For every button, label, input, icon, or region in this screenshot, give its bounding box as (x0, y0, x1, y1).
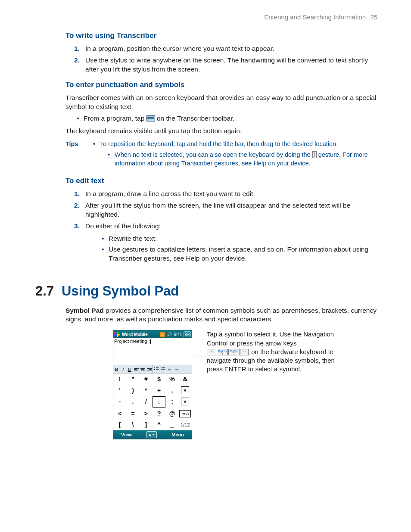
content-column: To write using Transcriber 1.In a progra… (65, 31, 377, 439)
document-area[interactable]: Project meeting : (113, 338, 192, 365)
page-indicator: 1/12 (179, 419, 192, 430)
symbol-cell[interactable]: $ (153, 373, 165, 385)
symbol-cell[interactable]: > (140, 408, 153, 419)
symbol-cell[interactable]: ! (113, 373, 126, 385)
symbol-cell[interactable]: - (113, 396, 126, 407)
list-item: 2.Use the stylus to write anywhere on th… (74, 56, 377, 74)
underline-button[interactable]: U (126, 366, 133, 373)
symbol-cell[interactable]: ; (165, 396, 178, 407)
symbol-cell[interactable]: @ (165, 408, 178, 419)
align-left-button[interactable] (133, 367, 140, 372)
align-right-button[interactable] (146, 367, 153, 372)
softkey-menu[interactable]: Menu (171, 432, 184, 438)
callout-text-1: Tap a symbol to select it. Use the Navig… (207, 330, 334, 346)
key-pgdn: PgDn↓ (228, 349, 240, 355)
tip-item: To reposition the keyboard, tap and hold… (93, 140, 377, 168)
steps-edit-text: 1.In a program, draw a line across the t… (74, 190, 377, 263)
tips-label: Tips (65, 140, 81, 171)
section-title: 2.7Using Symbol Pad (35, 282, 377, 300)
symbol-cell[interactable]: _ (165, 419, 178, 430)
sub-text: Rewrite the text. (109, 235, 157, 242)
softkey-view[interactable]: View (121, 432, 132, 438)
tip-item-nested: When no text is selected, you can also o… (108, 151, 377, 168)
soft-key-bar: View Menu (113, 430, 192, 439)
document-text-line: Project meeting : (114, 339, 191, 344)
symbol-cell[interactable]: " (126, 373, 139, 385)
symbol-cell[interactable]: ] (140, 419, 153, 430)
escape-button[interactable]: esc (179, 410, 191, 417)
list-item: 1.In a program, draw a line across the t… (74, 190, 377, 199)
bold-button[interactable]: B (113, 366, 120, 373)
list-item: 3.Do either of the following: Rewrite th… (74, 222, 377, 263)
symbol-grid: !"#$%&')*+,∧-./:;∨<=>?@esc[\]^_1/12 (113, 373, 192, 430)
volume-icon: 🔊 (167, 332, 172, 338)
symbol-cell[interactable]: / (140, 396, 153, 407)
callout-leader-line (191, 357, 206, 357)
list-item: 2.After you lift the stylus from the scr… (74, 201, 377, 219)
symbol-cell[interactable]: # (140, 373, 153, 385)
ok-button[interactable]: ok (184, 331, 191, 337)
page: Entering and Searching Information 25 To… (0, 0, 411, 532)
symbol-cell[interactable]: % (165, 373, 178, 385)
figure-row: Word Mobile 📶 🔊 6:41 ok Project meeting … (113, 330, 377, 439)
list-item: 1.In a program, position the cursor wher… (74, 44, 377, 53)
intro-rest: provides a comprehensive list of common … (65, 307, 377, 323)
formatting-toolbar: B I U ⇤ ⇥ (113, 365, 192, 373)
symbol-cell[interactable]: ∨ (179, 396, 192, 407)
after-para: The keyboard remains visible until you t… (65, 127, 377, 136)
intro-para: Transcriber comes with an on-screen keyb… (65, 93, 377, 112)
subhead-edit-text: To edit text (65, 176, 377, 186)
page-up-button[interactable]: ∧ (181, 386, 189, 394)
device-titlebar: Word Mobile 📶 🔊 6:41 ok (113, 330, 192, 338)
tips-block: Tips To reposition the keyboard, tap and… (65, 140, 377, 171)
sip-toggle-button[interactable] (146, 431, 157, 438)
page-number: 25 (370, 13, 377, 21)
symbol-cell[interactable]: & (179, 373, 192, 385)
device-screenshot: Word Mobile 📶 🔊 6:41 ok Project meeting … (113, 330, 192, 439)
section-intro: Symbol Pad provides a comprehensive list… (65, 306, 377, 324)
symbol-cell[interactable]: , (165, 385, 178, 396)
symbol-cell[interactable]: esc (179, 408, 192, 419)
clock-text: 6:41 (174, 332, 182, 338)
key-pgup: PgUp↑ (217, 349, 228, 355)
section-number: 2.7 (35, 283, 54, 299)
step-text: Use the stylus to write anywhere on the … (85, 56, 368, 73)
sub-item: Use gestures to capitalize letters, inse… (102, 245, 377, 263)
key-right: → (240, 349, 249, 355)
italic-button[interactable]: I (120, 366, 126, 373)
step-text: Do either of the following: (85, 222, 161, 230)
bulleted-list-button[interactable] (153, 367, 159, 372)
symbol-cell[interactable]: ? (153, 408, 165, 419)
app-title: Word Mobile (122, 332, 148, 338)
increase-indent-button[interactable]: ⇥ (173, 367, 180, 373)
numbered-list-button[interactable] (159, 367, 166, 372)
symbol-cell[interactable]: ' (113, 385, 126, 396)
symbol-cell[interactable]: [ (113, 419, 126, 430)
symbol-cell[interactable]: = (126, 408, 139, 419)
symbol-cell[interactable]: * (140, 385, 153, 396)
symbol-cell[interactable]: . (126, 396, 139, 407)
page-down-button[interactable]: ∨ (181, 398, 189, 405)
symbol-cell[interactable]: ∧ (179, 385, 192, 396)
tips-body: To reposition the keyboard, tap and hold… (93, 140, 377, 171)
symbol-cell[interactable]: : (153, 396, 165, 408)
key-left: ← (208, 349, 216, 355)
figure-callout: Tap a symbol to select it. Use the Navig… (207, 330, 336, 373)
sub-text: Use gestures to capitalize letters, inse… (109, 246, 368, 262)
decrease-indent-button[interactable]: ⇤ (166, 367, 173, 373)
intro-bold: Symbol Pad (65, 307, 104, 314)
symbol-cell[interactable]: + (153, 385, 165, 396)
steps-write-transcriber: 1.In a program, position the cursor wher… (74, 44, 377, 74)
bullet-list: From a program, tap on the Transcriber t… (77, 114, 377, 123)
step-text: In a program, draw a line across the tex… (85, 190, 255, 197)
symbol-cell[interactable]: ^ (153, 419, 165, 430)
align-center-button[interactable] (140, 367, 146, 372)
symbol-cell[interactable]: < (113, 408, 126, 419)
sub-item: Rewrite the text. (102, 234, 377, 243)
symbol-cell[interactable]: ) (126, 385, 139, 396)
running-header: Entering and Searching Information 25 (35, 13, 377, 22)
symbol-cell[interactable]: \ (126, 419, 139, 430)
windows-flag-icon (114, 332, 120, 337)
subhead-write-transcriber: To write using Transcriber (65, 31, 377, 41)
tip-text: To reposition the keyboard, tap and hold… (100, 140, 338, 147)
